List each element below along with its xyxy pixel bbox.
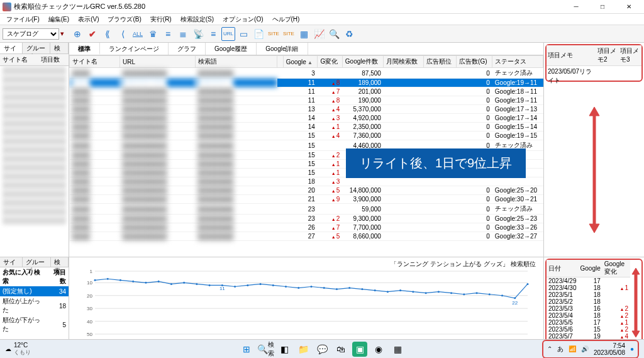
- list3-icon[interactable]: ≡: [206, 27, 220, 41]
- hist-col-g[interactable]: Google: [579, 260, 602, 277]
- chrome-icon[interactable]: ◉: [371, 342, 386, 357]
- col-sitename[interactable]: サイト名: [0, 54, 38, 66]
- ll-tab-search[interactable]: 検索: [51, 257, 69, 267]
- hist-col-gc[interactable]: Google変化: [602, 260, 630, 277]
- wifi-icon[interactable]: 📶: [569, 345, 576, 352]
- list-item[interactable]: 順位が下がった5: [0, 315, 69, 334]
- menu-edit[interactable]: 編集(E): [45, 14, 73, 25]
- table-row[interactable]: 2023/5/5171: [547, 319, 630, 326]
- table-row[interactable]: ██████████████████████2677,700,0000Googl…: [70, 223, 543, 232]
- list1-icon[interactable]: ≡: [161, 27, 175, 41]
- notification-icon[interactable]: ●: [630, 345, 634, 352]
- ll-tab-group[interactable]: グループ: [23, 257, 51, 267]
- table-row[interactable]: ██████████████████████387,5000チェック済み: [70, 68, 543, 79]
- menu-browse[interactable]: ブラウズ(B): [104, 14, 145, 25]
- grid-col-9[interactable]: 広告数(G): [457, 56, 492, 68]
- left-tab-site[interactable]: サイト: [0, 43, 23, 53]
- sites2-icon[interactable]: SITE: [282, 27, 296, 41]
- store-icon[interactable]: 🛍: [333, 342, 348, 357]
- col-itemcount[interactable]: 項目数: [38, 54, 69, 66]
- table-row[interactable]: ██████████████████████1345,370,0000Googl…: [70, 105, 543, 114]
- table-row[interactable]: 2023/5/218: [547, 298, 630, 305]
- table-row[interactable]: ██████████████████████117201,0000Google:…: [70, 87, 543, 96]
- table-row[interactable]: 2023/4/2917: [547, 277, 630, 285]
- table-row[interactable]: 2023/5/118: [547, 291, 630, 298]
- table-row[interactable]: ██████████████████████2329,300,0000Googl…: [70, 215, 543, 223]
- list2-icon[interactable]: ≣: [176, 27, 190, 41]
- first-button[interactable]: ⟪: [101, 27, 114, 41]
- grid-col-1[interactable]: URL: [120, 56, 196, 68]
- menu-help[interactable]: ヘルプ(H): [269, 14, 304, 25]
- table-row[interactable]: 2023/4/30181: [547, 284, 630, 291]
- menu-view[interactable]: 表示(V): [74, 14, 103, 25]
- volume-icon[interactable]: 🔊: [581, 345, 589, 352]
- grid-col-4[interactable]: Google▲: [283, 56, 318, 68]
- hist-col-date[interactable]: 日付: [547, 260, 579, 277]
- page-icon[interactable]: ▭: [236, 27, 250, 41]
- grid-col-6[interactable]: Google件数: [342, 56, 384, 68]
- table-row[interactable]: ██████████████████████2193,900,0000Googl…: [70, 195, 543, 204]
- table-row[interactable]: ██████████████████████20514,800,0000Goog…: [70, 186, 543, 195]
- close-button[interactable]: ✕: [616, 1, 641, 13]
- tab-ghist[interactable]: Google履歴: [206, 43, 257, 55]
- ll-col-2[interactable]: 項目数: [46, 267, 69, 286]
- grid-col-3[interactable]: [277, 56, 284, 68]
- tab-graph[interactable]: グラフ: [169, 43, 206, 55]
- list-item[interactable]: (指定無し)34: [0, 286, 69, 296]
- memo-col-3[interactable]: 項目メモ3: [619, 45, 641, 66]
- url-icon[interactable]: URL: [221, 27, 235, 41]
- all-button[interactable]: ALL: [131, 27, 145, 41]
- tab-standard[interactable]: 標準: [69, 43, 100, 55]
- search-icon[interactable]: 🔍: [327, 27, 341, 41]
- start-button[interactable]: ⊞: [239, 342, 254, 357]
- ll-tab-site[interactable]: サイト: [0, 257, 23, 267]
- tab-rankin[interactable]: ランクインページ: [100, 43, 169, 55]
- table-row[interactable]: ██████████████████████183: [70, 177, 543, 186]
- doc-icon[interactable]: 📄: [252, 27, 265, 41]
- tab-gdetail[interactable]: Google詳細: [257, 43, 308, 55]
- table-row[interactable]: ██████████████████████2758,660,0000Googl…: [70, 232, 543, 241]
- crown-icon[interactable]: ♛: [146, 27, 160, 41]
- grid-col-5[interactable]: G変化: [318, 56, 342, 68]
- table-row[interactable]: 2023/5/4182: [547, 312, 630, 319]
- maximize-button[interactable]: □: [590, 1, 615, 13]
- list-item[interactable]: 順位が上がった18: [0, 296, 69, 315]
- refresh-icon[interactable]: ♻: [342, 27, 356, 41]
- ime-indicator[interactable]: あ: [557, 345, 564, 354]
- left-tab-search[interactable]: 検索: [50, 43, 69, 53]
- add-button[interactable]: ⊕: [70, 27, 84, 41]
- memo-col-1[interactable]: 項目メモ: [547, 45, 596, 66]
- menu-file[interactable]: ファイル(F): [3, 14, 43, 25]
- antenna-icon[interactable]: 📡: [191, 27, 205, 41]
- menu-search-settings[interactable]: 検索設定(S): [177, 14, 218, 25]
- system-tray[interactable]: ⌃ あ 📶 🔊 7:54 2023/05/08 ●: [542, 340, 639, 359]
- menu-options[interactable]: オプション(O): [219, 14, 267, 25]
- grid-col-8[interactable]: 広告順位: [423, 56, 456, 68]
- task-view-icon[interactable]: ◧: [277, 342, 292, 357]
- chart-icon[interactable]: 📈: [312, 27, 326, 41]
- left-tab-group[interactable]: グループ: [23, 43, 50, 53]
- minimize-button[interactable]: ─: [564, 1, 589, 13]
- grid-col-2[interactable]: 検索語: [196, 56, 277, 68]
- grid-icon[interactable]: ▦: [297, 27, 311, 41]
- app1-icon[interactable]: ▣: [352, 342, 367, 357]
- menu-run[interactable]: 実行(R): [147, 14, 175, 25]
- sites-icon[interactable]: SITE: [267, 27, 280, 41]
- prev-button[interactable]: ⟨: [116, 27, 130, 41]
- table-row[interactable]: ██████████████████████1547,360,0000Googl…: [70, 131, 543, 140]
- check-button[interactable]: ✔: [86, 27, 99, 41]
- taskbar-search[interactable]: 🔍検索: [258, 342, 273, 357]
- ll-col-1[interactable]: お気に入り検索: [0, 267, 46, 286]
- grid-col-0[interactable]: サイト名: [70, 56, 120, 68]
- combo-dropdown-icon[interactable]: ▾: [60, 30, 69, 38]
- table-row[interactable]: ██████████████████████2359,0000チェック済み: [70, 204, 543, 215]
- weather-widget[interactable]: ☁ 12°C くもり: [5, 342, 31, 357]
- clock[interactable]: 7:54 2023/05/08: [594, 342, 625, 356]
- table-row[interactable]: ██████████████████████118190,0000Google:…: [70, 96, 543, 105]
- memo-col-2[interactable]: 項目メモ2: [596, 45, 619, 66]
- grid-col-10[interactable]: ステータス: [492, 56, 543, 68]
- table-row[interactable]: 2023/5/6152: [547, 326, 630, 333]
- grid-col-7[interactable]: 月間検索数: [384, 56, 423, 68]
- app2-icon[interactable]: ▦: [390, 342, 405, 357]
- explorer-icon[interactable]: 📁: [296, 342, 311, 357]
